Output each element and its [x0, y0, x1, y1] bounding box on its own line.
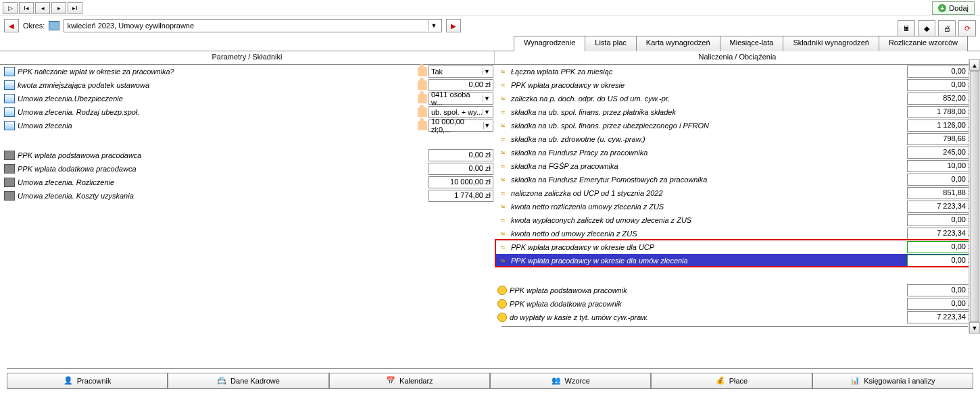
calc-label: składka na Fundusz Emerytur Pomostowych …	[511, 176, 907, 184]
calc-row[interactable]: ≈składka na Fundusz Emerytur Pomostowych…	[495, 173, 980, 186]
calc-label: składka na Fundusz Pracy za pracownika	[511, 149, 907, 157]
param-value[interactable]: 0,00 zł	[428, 163, 493, 175]
book-button[interactable]: ◆	[918, 20, 935, 36]
chevron-down-icon[interactable]: ▼	[483, 109, 491, 115]
tab-składniki-wynagrodzeń[interactable]: Składniki wynagrodzeń	[783, 36, 879, 51]
calc-value: 0,00 zł	[907, 241, 976, 253]
gear-icon	[4, 151, 15, 160]
period-prev-button[interactable]: ◀	[4, 19, 19, 32]
calc-row[interactable]: ≈składka na FGŚP za pracownika10,00 zł	[495, 159, 980, 173]
next-button[interactable]: ▸	[51, 2, 66, 14]
param-value[interactable]: 10 000,00 zł	[428, 176, 493, 188]
calc-value: 798,66 zł	[907, 133, 976, 145]
calc-value: 7 223,34 zł	[907, 311, 976, 323]
calc-label: PPK wpłata pracodawcy w okresie	[511, 81, 907, 89]
play-button[interactable]: ▷	[3, 2, 18, 14]
tab-wynagrodzenie[interactable]: Wynagrodzenie	[514, 36, 585, 51]
param-value[interactable]: 0,00 zł	[428, 149, 493, 161]
scrollbar[interactable]: ▲ ▼	[969, 59, 980, 334]
param-select[interactable]: Tak▼	[428, 66, 493, 78]
bottom-tab-wzorce[interactable]: 👥Wzorce	[490, 373, 651, 389]
calc-row[interactable]: ≈zaliczka na p. doch. odpr. do US od um.…	[495, 92, 980, 105]
wave-icon: ≈	[497, 202, 508, 211]
tab-rozliczanie-wzorców[interactable]: Rozliczanie wzorców	[879, 36, 968, 51]
calc-row[interactable]: ≈naliczona zaliczka od UCP od 1 stycznia…	[495, 186, 980, 200]
param-row: Umowa zlecenia.Ubezpieczenie0411 osoba w…	[0, 92, 495, 105]
calc-row[interactable]: ≈kwota wypłaconych zaliczek od umowy zle…	[495, 213, 980, 227]
last-button[interactable]: ▸I	[68, 2, 82, 14]
calc-value: 0,00 zł	[907, 284, 976, 296]
tab-karta-wynagrodzeń[interactable]: Karta wynagrodzeń	[636, 36, 720, 51]
bottom-tab-płace[interactable]: 💰Płace	[651, 373, 812, 389]
plus-icon: +	[938, 4, 946, 12]
coin-icon	[497, 313, 507, 322]
person-icon	[418, 94, 427, 103]
prev-button[interactable]: ◂	[35, 2, 50, 14]
doc-icon	[4, 80, 15, 90]
bottom-tab-pracownik[interactable]: 👤Pracownik	[7, 373, 168, 389]
chevron-down-icon[interactable]: ▼	[483, 122, 491, 129]
param-label: PPK naliczanie wpłat w okresie za pracow…	[18, 68, 418, 76]
calc-row[interactable]: ≈składka na ub. społ. finans. przez płat…	[495, 105, 980, 119]
chevron-down-icon[interactable]: ▼	[483, 68, 491, 75]
book-icon[interactable]	[49, 21, 59, 30]
param-row: PPK naliczanie wpłat w okresie za pracow…	[0, 65, 495, 78]
calc-row[interactable]: ≈kwota netto od umowy zlecenia z ZUS7 22…	[495, 227, 980, 240]
calc-row[interactable]: ≈PPK wpłata pracodawcy w okresie dla UCP…	[495, 240, 980, 254]
bottom-tab-kalendarz[interactable]: 📅Kalendarz	[329, 373, 490, 389]
param-value[interactable]: 0,00 zł	[428, 79, 493, 91]
period-next-button[interactable]: ▶	[446, 19, 461, 32]
bottom-tab-księgowania-i-analizy[interactable]: 📊Księgowania i analizy	[812, 373, 973, 389]
param-select[interactable]: 0411 osoba w...▼	[428, 93, 493, 105]
calc-row[interactable]: ≈Łączna wpłata PPK za miesiąc0,00 zł	[495, 65, 980, 78]
calc-row[interactable]: ≈składka na Fundusz Pracy za pracownika2…	[495, 146, 980, 159]
calc-row[interactable]: ≈składka na ub. zdrowotne (u. cyw.-praw.…	[495, 132, 980, 146]
calc-value: 10,00 zł	[907, 160, 976, 172]
bottom-tab-dane-kadrowe[interactable]: 📇Dane Kadrowe	[168, 373, 328, 389]
bottom-tabs: 👤Pracownik📇Dane Kadrowe📅Kalendarz👥Wzorce…	[7, 373, 973, 389]
period-value: kwiecień 2023, Umowy cywilnoprawne	[67, 22, 194, 30]
wave-icon: ≈	[497, 107, 508, 117]
coin-icon	[497, 286, 507, 295]
calc-row[interactable]: ≈PPK wpłata pracodawcy w okresie dla umó…	[495, 254, 980, 267]
calc-row[interactable]: ≈składka na ub. społ. finans. przez ubez…	[495, 119, 980, 132]
period-select[interactable]: kwiecień 2023, Umowy cywilnoprawne ▼	[64, 19, 442, 32]
calc-row[interactable]: do wypłaty w kasie z tyt. umów cyw.-praw…	[495, 311, 980, 324]
wave-icon: ≈	[497, 67, 508, 76]
calc-value: 245,00 zł	[907, 147, 976, 159]
left-panel: PPK naliczanie wpłat w okresie za pracow…	[0, 65, 495, 335]
calc-row[interactable]: ≈PPK wpłata pracodawcy w okresie0,00 zł	[495, 78, 980, 92]
param-value[interactable]: 1 774,80 zł	[428, 190, 493, 202]
calc-row[interactable]: PPK wpłata dodatkowa pracownik0,00 zł	[495, 297, 980, 311]
first-button[interactable]: I◂	[19, 2, 34, 14]
calc-label: zaliczka na p. doch. odpr. do US od um. …	[511, 95, 907, 103]
tab-miesiące-lata[interactable]: Miesiące-lata	[720, 36, 784, 51]
tab-lista-płac[interactable]: Lista płac	[585, 36, 636, 51]
param-row: PPK wpłata dodatkowa pracodawca0,00 zł	[0, 162, 495, 176]
param-label: PPK wpłata dodatkowa pracodawca	[18, 165, 428, 173]
wave-icon: ≈	[497, 175, 508, 184]
add-button[interactable]: + Dodaj	[932, 1, 975, 15]
scroll-up-button[interactable]: ▲	[969, 59, 980, 71]
print-button[interactable]: 🖨	[938, 20, 956, 36]
param-label: Umowa zlecenia	[18, 122, 418, 130]
scroll-down-button[interactable]: ▼	[969, 322, 980, 334]
calculator-button[interactable]: 🖩	[898, 20, 915, 36]
param-label: kwota zmniejszająca podatek ustawowa	[18, 81, 418, 89]
scroll-thumb[interactable]	[970, 71, 979, 322]
chevron-down-icon[interactable]: ▼	[483, 95, 491, 102]
person-icon	[418, 107, 427, 117]
calc-label: PPK wpłata podstawowa pracownik	[510, 286, 907, 294]
right-panel: ≈Łączna wpłata PPK za miesiąc0,00 zł≈PPK…	[495, 65, 980, 335]
param-select[interactable]: ub. społ. + wy...▼	[428, 106, 493, 118]
calc-row[interactable]: PPK wpłata podstawowa pracownik0,00 zł	[495, 284, 980, 297]
refresh-button[interactable]: ⟳	[958, 20, 976, 36]
param-select[interactable]: 10 000,00 zł;0,...▼	[428, 120, 493, 132]
tab-icon: 📊	[850, 376, 860, 386]
calc-row[interactable]: ≈kwota netto rozliczenia umowy zlecenia …	[495, 200, 980, 213]
dropdown-icon[interactable]: ▼	[428, 20, 439, 31]
gear-icon	[4, 164, 15, 174]
tab-icon: 💰	[716, 376, 725, 386]
calc-label: składka na ub. społ. finans. przez ubezp…	[511, 122, 907, 130]
wave-icon: ≈	[497, 188, 508, 198]
